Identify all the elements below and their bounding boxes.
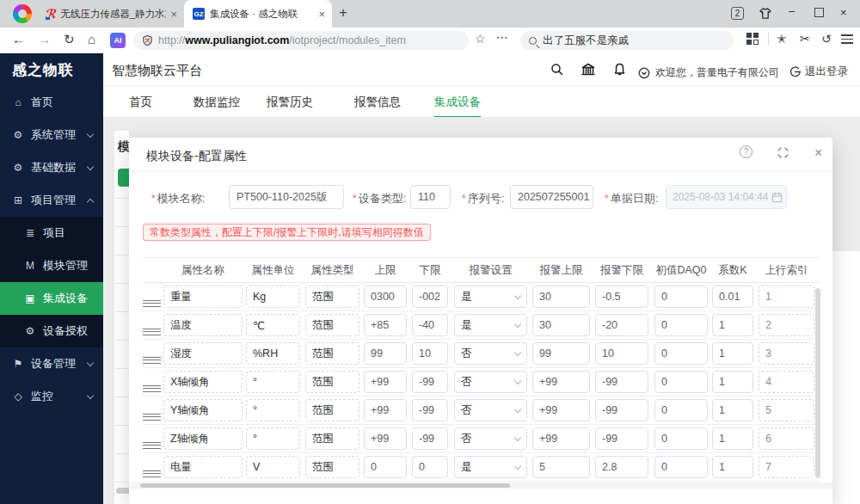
cell-adown[interactable]: 2.8 <box>595 456 648 478</box>
cell-init[interactable]: 0 <box>654 371 708 393</box>
cell-name[interactable]: Y轴倾角 <box>163 399 243 421</box>
cell-idx[interactable]: 5 <box>759 399 814 421</box>
cell-adown[interactable]: 10 <box>595 342 648 365</box>
cell-unit[interactable]: %RH <box>246 342 300 365</box>
cell-idx[interactable]: 4 <box>759 371 814 393</box>
cell-unit[interactable]: ° <box>246 427 300 450</box>
window-minimize-button[interactable]: – <box>789 4 795 17</box>
cell-init[interactable]: 0 <box>654 399 708 421</box>
browser-tab-inactive[interactable]: ℛ 无线压力传感器_静力水准仪_ × <box>36 0 184 28</box>
cell-init[interactable]: 0 <box>654 286 708 308</box>
drag-handle-icon[interactable] <box>143 414 161 421</box>
tab1-close-icon[interactable]: × <box>170 8 177 21</box>
apps-grid-icon[interactable] <box>746 33 759 46</box>
cell-down[interactable]: -40 <box>412 314 448 336</box>
cell-aup[interactable]: 5 <box>532 456 590 478</box>
window-maximize-button[interactable] <box>814 8 824 17</box>
cell-coef[interactable]: 1 <box>712 456 753 478</box>
home-button[interactable]: ⌂ <box>88 32 95 46</box>
cell-coef[interactable]: 1 <box>712 399 753 421</box>
cell-down[interactable]: -99 <box>412 427 448 450</box>
cell-up[interactable]: +99 <box>364 427 407 450</box>
cell-init[interactable]: 0 <box>654 314 708 336</box>
cell-down[interactable]: -99 <box>412 371 448 393</box>
cell-name[interactable]: 重量 <box>163 286 243 308</box>
cell-adown[interactable]: -99 <box>595 427 648 450</box>
tab-3[interactable]: 报警信息 <box>354 95 401 110</box>
cell-up[interactable]: 0 <box>364 456 407 478</box>
tab-1[interactable]: 数据监控 <box>194 95 240 110</box>
drag-handle-icon[interactable] <box>143 357 161 364</box>
cell-type[interactable]: 范围 <box>305 399 359 421</box>
header-bell-icon[interactable] <box>613 63 626 79</box>
cell-idx[interactable]: 1 <box>759 286 814 308</box>
more-options-icon[interactable]: ⋯ <box>496 30 509 44</box>
browser-logo-icon[interactable] <box>13 4 32 23</box>
cell-type[interactable]: 范围 <box>305 427 359 450</box>
cell-unit[interactable]: ℃ <box>246 314 300 336</box>
cell-alarm[interactable]: 否 <box>454 427 527 450</box>
cell-up[interactable]: 0300 <box>364 286 407 308</box>
drag-handle-icon[interactable] <box>143 300 161 307</box>
back-button[interactable]: ← <box>12 32 25 46</box>
cell-up[interactable]: +99 <box>364 399 407 421</box>
cell-coef[interactable]: 1 <box>712 371 753 393</box>
cell-up[interactable]: +85 <box>364 314 407 336</box>
cell-unit[interactable]: Kg <box>246 286 300 308</box>
cell-down[interactable]: 0 <box>412 456 448 478</box>
cell-up[interactable]: +99 <box>364 371 407 393</box>
cell-idx[interactable]: 7 <box>759 456 814 478</box>
sidebar-item-4[interactable]: ≣项目 <box>0 217 103 249</box>
cell-alarm[interactable]: 否 <box>454 371 527 393</box>
cell-alarm[interactable]: 是 <box>454 286 527 308</box>
cell-coef[interactable]: 0.01 <box>712 286 753 308</box>
cell-idx[interactable]: 3 <box>759 342 814 365</box>
cell-down[interactable]: -99 <box>412 399 448 421</box>
browser-tab-active[interactable]: GZ 集成设备 · 感之物联 × <box>184 0 332 28</box>
cell-type[interactable]: 范围 <box>305 371 359 393</box>
cell-aup[interactable]: 30 <box>532 314 590 336</box>
bookmark-star-icon[interactable]: ☆ <box>475 32 486 46</box>
table-vertical-scrollbar[interactable] <box>815 288 820 478</box>
drag-handle-icon[interactable] <box>143 442 161 449</box>
cell-aup[interactable]: +99 <box>532 399 590 421</box>
logout-button[interactable]: 退出登录 <box>789 65 848 79</box>
form-input-1[interactable]: 110 <box>410 185 451 209</box>
form-input-2[interactable]: 202507255001 <box>510 185 593 209</box>
cell-init[interactable]: 0 <box>654 342 708 365</box>
history-undo-icon[interactable]: ↺ <box>821 32 832 46</box>
cell-init[interactable]: 0 <box>654 427 708 450</box>
cell-type[interactable]: 范围 <box>305 456 359 478</box>
dialog-close-icon[interactable]: × <box>814 145 822 161</box>
address-bar[interactable]: http://www.puliangiot.com/iotproject/mod… <box>133 31 469 50</box>
cell-down[interactable]: -002 <box>412 286 448 308</box>
ai-assistant-icon[interactable]: AI <box>110 33 126 48</box>
cell-idx[interactable]: 6 <box>759 427 814 450</box>
cell-alarm[interactable]: 是 <box>454 456 527 478</box>
cell-type[interactable]: 范围 <box>305 286 359 308</box>
cell-aup[interactable]: +99 <box>532 371 590 393</box>
tab-count-badge[interactable]: 2 <box>731 7 744 20</box>
tab2-close-icon[interactable]: × <box>318 8 325 21</box>
tab-4[interactable]: 集成设备 <box>434 95 481 110</box>
fullscreen-icon[interactable] <box>777 147 789 158</box>
sidebar-item-0[interactable]: ⌂首页 <box>0 86 103 119</box>
cell-adown[interactable]: -0.5 <box>595 286 648 308</box>
sidebar-item-7[interactable]: ⚙设备授权 <box>0 315 103 347</box>
sidebar-item-8[interactable]: ⚑设备管理 <box>0 347 103 380</box>
sidebar-item-9[interactable]: ◇监控 <box>0 380 103 413</box>
cell-adown[interactable]: -99 <box>595 399 648 421</box>
welcome-user[interactable]: 欢迎您，普量电子有限公司 <box>638 65 779 80</box>
favorites-list-icon[interactable]: ✭ <box>777 32 787 46</box>
cell-adown[interactable]: -99 <box>595 371 648 393</box>
drag-handle-icon[interactable] <box>143 470 161 477</box>
cell-alarm[interactable]: 否 <box>454 399 527 421</box>
cell-down[interactable]: 10 <box>412 342 448 365</box>
cell-aup[interactable]: +99 <box>532 427 590 450</box>
theme-icon[interactable] <box>759 8 771 22</box>
table-horizontal-scrollbar[interactable] <box>129 482 832 489</box>
window-close-button[interactable]: × <box>840 6 847 19</box>
cell-alarm[interactable]: 是 <box>454 314 527 336</box>
header-search-icon[interactable] <box>550 63 563 79</box>
cell-adown[interactable]: -20 <box>595 314 648 336</box>
